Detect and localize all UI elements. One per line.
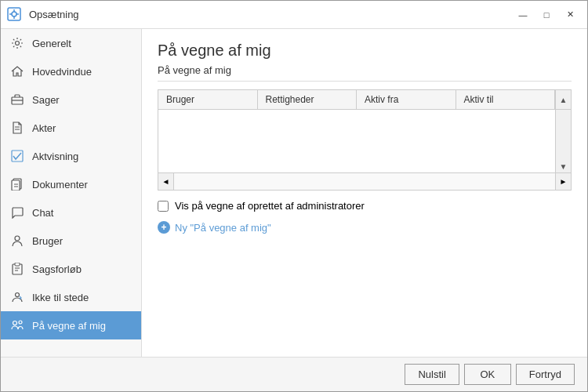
app-icon bbox=[7, 7, 23, 23]
column-rettigheder: Rettigheder bbox=[258, 90, 358, 109]
admin-checkbox-label[interactable]: Vis på vegne af oprettet af administrato… bbox=[175, 200, 365, 212]
scroll-right-panel: ▼ bbox=[555, 110, 571, 172]
sidebar-item-hovedvindue[interactable]: Hovedvindue bbox=[1, 57, 141, 85]
table-footer: ◄ ► bbox=[158, 172, 571, 190]
svg-rect-13 bbox=[12, 180, 20, 191]
svg-rect-18 bbox=[15, 263, 20, 266]
table-header: Bruger Rettigheder Aktiv fra Aktiv til ▲ bbox=[158, 90, 571, 110]
sidebar-label-aktvisning: Aktvisning bbox=[32, 151, 78, 162]
sidebar-label-akter: Akter bbox=[32, 122, 56, 134]
sidebar-label-paa-vegne-af-mig: På vegne af mig bbox=[32, 320, 106, 332]
scroll-left-btn[interactable]: ◄ bbox=[158, 173, 174, 190]
scroll-up-btn[interactable]: ▲ bbox=[555, 90, 571, 109]
new-entry-button[interactable]: + Ny "På vegne af mig" bbox=[158, 221, 572, 234]
sidebar-label-dokumenter: Dokumenter bbox=[32, 179, 88, 191]
svg-point-23 bbox=[19, 321, 22, 324]
scroll-right-btn[interactable]: ► bbox=[555, 173, 571, 190]
checkbox-row: Vis på vegne af oprettet af administrato… bbox=[158, 200, 572, 212]
scroll-down-btn[interactable]: ▼ bbox=[556, 161, 571, 172]
new-entry-label: Ny "På vegne af mig" bbox=[175, 222, 271, 234]
gear-icon bbox=[10, 36, 24, 50]
nulstil-button[interactable]: Nulstil bbox=[405, 364, 459, 385]
bottom-bar: Nulstil OK Fortryd bbox=[1, 357, 587, 391]
sidebar-item-aktvisning[interactable]: Aktvisning bbox=[1, 142, 141, 170]
sidebar-item-paa-vegne-af-mig[interactable]: På vegne af mig bbox=[1, 311, 141, 339]
horizontal-scrollbar[interactable] bbox=[174, 173, 555, 190]
add-icon: + bbox=[158, 221, 170, 234]
sidebar-item-dokumenter[interactable]: Dokumenter bbox=[1, 170, 141, 198]
table-body: ▼ bbox=[158, 110, 571, 172]
page-title: På vegne af mig bbox=[158, 42, 572, 60]
sidebar-label-ikke-til-stede: Ikke til stede bbox=[32, 292, 89, 303]
delegate-icon bbox=[10, 318, 24, 332]
ok-button[interactable]: OK bbox=[464, 364, 511, 385]
main-window: Opsætning — □ ✕ Generelt bbox=[0, 0, 588, 392]
entries-table: Bruger Rettigheder Aktiv fra Aktiv til ▲… bbox=[158, 89, 572, 191]
svg-point-21 bbox=[16, 293, 20, 297]
sidebar-label-hovedvindue: Hovedvindue bbox=[32, 66, 92, 78]
sidebar-label-sager: Sager bbox=[32, 94, 60, 106]
section-subtitle: På vegne af mig bbox=[158, 64, 572, 82]
window-controls: — □ ✕ bbox=[512, 6, 581, 24]
svg-point-1 bbox=[12, 12, 16, 16]
clipboard-icon bbox=[10, 262, 24, 276]
home-icon bbox=[10, 64, 24, 78]
svg-point-22 bbox=[13, 321, 17, 325]
sidebar: Generelt Hovedvindue bbox=[1, 29, 142, 357]
sidebar-item-ikke-til-stede[interactable]: Ikke til stede bbox=[1, 283, 141, 311]
away-icon bbox=[10, 290, 24, 304]
sidebar-item-akter[interactable]: Akter bbox=[1, 114, 141, 142]
sidebar-label-bruger: Bruger bbox=[32, 235, 63, 247]
close-button[interactable]: ✕ bbox=[559, 6, 581, 24]
document-icon bbox=[10, 121, 24, 135]
minimize-button[interactable]: — bbox=[512, 6, 534, 24]
sidebar-label-sagsforloeb: Sagsforløb bbox=[32, 263, 82, 275]
user-icon bbox=[10, 234, 24, 248]
chat-icon bbox=[10, 205, 24, 220]
column-bruger: Bruger bbox=[158, 90, 258, 109]
title-bar: Opsætning — □ ✕ bbox=[1, 1, 587, 29]
main-content: Generelt Hovedvindue bbox=[1, 29, 587, 357]
admin-checkbox[interactable] bbox=[158, 201, 169, 212]
checkmark-icon bbox=[10, 149, 24, 163]
sidebar-label-chat: Chat bbox=[32, 207, 53, 219]
documents-icon bbox=[10, 177, 24, 191]
sidebar-label-generelt: Generelt bbox=[32, 38, 71, 49]
column-aktiv-fra: Aktiv fra bbox=[357, 90, 456, 109]
maximize-button[interactable]: □ bbox=[535, 6, 557, 24]
svg-point-16 bbox=[15, 236, 20, 241]
column-aktiv-til: Aktiv til bbox=[456, 90, 556, 109]
fortryd-button[interactable]: Fortryd bbox=[516, 364, 575, 385]
sidebar-item-chat[interactable]: Chat bbox=[1, 198, 141, 227]
sidebar-item-bruger[interactable]: Bruger bbox=[1, 227, 141, 255]
briefcase-icon bbox=[10, 93, 24, 107]
window-title: Opsætning bbox=[29, 9, 512, 20]
sidebar-item-sagsforloeb[interactable]: Sagsforløb bbox=[1, 255, 141, 283]
svg-point-6 bbox=[16, 42, 20, 45]
sidebar-item-sager[interactable]: Sager bbox=[1, 85, 141, 114]
content-area: På vegne af mig På vegne af mig Bruger R… bbox=[142, 29, 587, 357]
sidebar-item-generelt[interactable]: Generelt bbox=[1, 29, 141, 57]
